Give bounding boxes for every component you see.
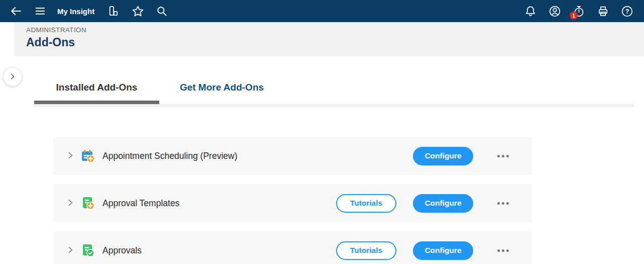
help-button[interactable]: ?	[620, 3, 633, 19]
chevron-right-icon	[67, 151, 74, 161]
tab-installed-add-ons[interactable]: Installed Add-Ons	[34, 74, 159, 101]
expand-row-button[interactable]	[67, 197, 75, 209]
more-options-button[interactable]	[495, 200, 511, 207]
svg-text:?: ?	[625, 8, 629, 15]
document-check-icon	[81, 244, 94, 257]
ellipsis-icon	[497, 249, 500, 252]
more-options-button[interactable]	[495, 247, 511, 254]
expand-row-button[interactable]	[67, 150, 75, 162]
topbar-left-group: My Insight	[0, 3, 174, 19]
notifications-button[interactable]	[524, 3, 537, 19]
menu-button[interactable]	[34, 3, 47, 19]
addon-name: Appointment Scheduling (Preview)	[102, 151, 237, 161]
hamburger-menu-icon	[34, 5, 47, 18]
addon-row-approvals: Approvals Tutorials Configure	[54, 231, 532, 264]
row-actions: Tutorials Configure	[336, 241, 511, 260]
addon-name: Approval Templates	[102, 198, 179, 209]
addon-name: Approvals	[102, 245, 142, 256]
account-button[interactable]	[548, 3, 561, 19]
search-button[interactable]	[155, 3, 168, 19]
page-title: Add-Ons	[26, 36, 644, 49]
expand-row-button[interactable]	[67, 244, 75, 256]
bar-chart-icon	[107, 5, 120, 18]
dashboards-button[interactable]	[107, 3, 120, 19]
tutorials-button[interactable]: Tutorials	[336, 194, 396, 213]
back-arrow-icon	[9, 4, 23, 18]
configure-button[interactable]: Configure	[413, 194, 473, 213]
configure-button[interactable]: Configure	[413, 147, 473, 165]
ellipsis-icon	[497, 155, 500, 157]
bell-icon	[524, 5, 537, 18]
tab-get-more-add-ons[interactable]: Get More Add-Ons	[159, 74, 284, 101]
back-button[interactable]	[10, 3, 23, 19]
row-actions: Configure	[413, 147, 511, 165]
more-options-button[interactable]	[495, 153, 511, 159]
addon-row-approval-templates: Approval Templates Tutorials Configure	[54, 184, 532, 222]
help-icon: ?	[620, 5, 634, 18]
calendar-add-icon	[81, 149, 94, 162]
topbar-right-group: 1 ?	[518, 3, 644, 19]
page-header: ADMINISTRATION Add-Ons	[14, 22, 644, 56]
active-tab-underline	[34, 101, 159, 104]
printer-icon	[596, 5, 610, 18]
ellipsis-icon	[497, 202, 500, 205]
account-icon	[548, 5, 562, 18]
screen: My Insight	[0, 0, 644, 264]
chevron-right-icon	[67, 198, 74, 209]
row-actions: Tutorials Configure	[336, 194, 511, 213]
tab-label: Get More Add-Ons	[180, 82, 264, 93]
recent-activity-button[interactable]: 1	[572, 3, 585, 19]
tab-label: Installed Add-Ons	[56, 82, 138, 93]
top-navigation-bar: My Insight	[0, 0, 644, 22]
document-add-icon	[81, 197, 94, 210]
chevron-right-icon	[9, 72, 17, 82]
configure-button[interactable]: Configure	[413, 241, 473, 260]
star-icon	[131, 5, 145, 18]
breadcrumb: ADMINISTRATION	[26, 26, 644, 34]
tab-underline-track	[34, 104, 634, 107]
panel-expander-button[interactable]	[4, 68, 22, 86]
tutorials-button[interactable]: Tutorials	[336, 241, 396, 260]
search-icon	[155, 5, 168, 18]
print-button[interactable]	[596, 3, 609, 19]
app-title: My Insight	[57, 7, 94, 16]
tab-bar: Installed Add-Ons Get More Add-Ons	[34, 74, 284, 101]
addon-row-appointment-scheduling: Appointment Scheduling (Preview) Configu…	[54, 137, 532, 175]
chevron-right-icon	[67, 245, 74, 256]
notification-count-badge: 1	[570, 12, 578, 20]
favorites-button[interactable]	[131, 3, 144, 19]
